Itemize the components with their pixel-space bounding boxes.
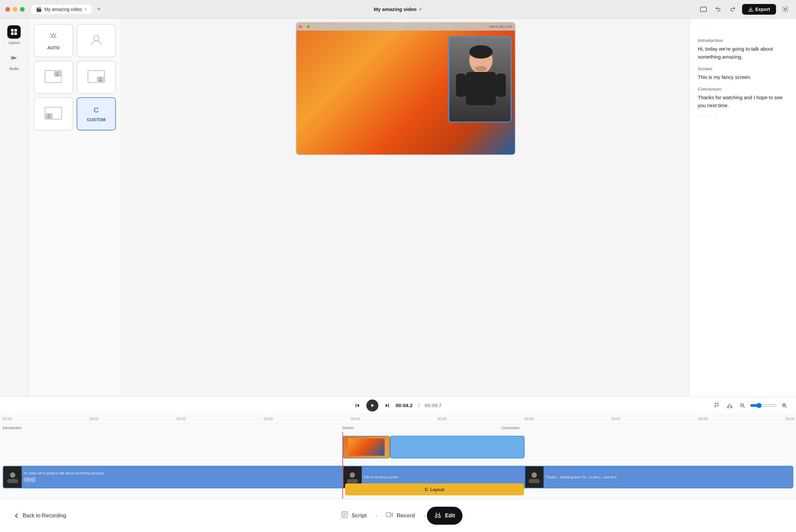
tab-label: My amazing video bbox=[44, 7, 82, 12]
layout-nav-icon bbox=[7, 25, 21, 39]
timeline-skip-back-button[interactable] bbox=[354, 402, 361, 409]
left-panel: Layout Audio bbox=[0, 19, 28, 397]
audio-intro-thumb bbox=[6, 470, 19, 484]
svg-rect-30 bbox=[7, 479, 18, 483]
timeline-playhead[interactable] bbox=[343, 432, 343, 499]
export-button[interactable]: Export bbox=[742, 4, 776, 15]
layout-option-custom[interactable]: C CUSTOM bbox=[77, 97, 116, 131]
auto-icon bbox=[49, 31, 58, 43]
person-silhouette bbox=[449, 37, 512, 122]
sidebar-item-audio[interactable]: Audio bbox=[7, 51, 21, 71]
section-intro-label: Introduction bbox=[3, 426, 22, 430]
record-step-button[interactable]: Record bbox=[379, 506, 422, 525]
script-step-button[interactable]: Script bbox=[334, 506, 374, 525]
svg-point-10 bbox=[56, 72, 58, 74]
layout-option-auto[interactable]: AUTO bbox=[34, 24, 73, 57]
sidebar-item-layout[interactable]: Layout bbox=[7, 25, 21, 44]
timeline-area: 00:04.2 / 00:09.7 bbox=[0, 397, 796, 499]
export-label: Export bbox=[755, 7, 770, 12]
svg-point-31 bbox=[350, 472, 355, 478]
layout-option-screen-person-br[interactable] bbox=[77, 61, 116, 94]
layout-clip[interactable]: C Layout bbox=[345, 483, 524, 495]
ruler-mark-3: 00:03 bbox=[263, 417, 273, 421]
timeline-play-button[interactable] bbox=[366, 399, 378, 412]
mac-menubar-right: Mon 6 Jan 17:42 bbox=[489, 25, 512, 28]
ruler-mark-7: 00:07 bbox=[611, 417, 621, 421]
audio-conclusion-clip[interactable]: Thanks... watching and I ho...to see y..… bbox=[524, 466, 793, 488]
tab-my-amazing-video[interactable]: 🎬 My amazing video × bbox=[31, 5, 92, 14]
ruler-mark-2: 00:02 bbox=[177, 417, 186, 421]
window-minimize-button[interactable] bbox=[13, 7, 17, 12]
edit-step-button[interactable]: Edit bbox=[427, 507, 462, 525]
tab-close-button[interactable]: × bbox=[85, 7, 87, 12]
script-step-icon bbox=[341, 511, 348, 520]
undo-button[interactable] bbox=[713, 4, 723, 15]
ruler-mark-4: 00:04 bbox=[351, 417, 360, 421]
svg-point-21 bbox=[469, 45, 493, 59]
svg-point-7 bbox=[94, 35, 99, 41]
layout-option-person[interactable] bbox=[77, 24, 116, 57]
section-labels-row: Introduction Screen Conclusion bbox=[0, 424, 796, 432]
timeline-tracks: Hi, today we're going to talk about some… bbox=[0, 432, 796, 499]
script-intro-text: Hi, today we're going to talk about some… bbox=[698, 45, 788, 61]
timeline-zoom-slider[interactable] bbox=[750, 403, 777, 408]
timeline-ruler: 00:00 00:01 00:02 00:03 00:04 00:05 00:0… bbox=[0, 414, 796, 424]
timeline-total-time: 00:09.7 bbox=[425, 402, 442, 408]
ruler-mark-8: 00:08 bbox=[699, 417, 708, 421]
back-to-recording-button[interactable]: Back to Recording bbox=[13, 512, 66, 519]
script-dots-bottom: · · · · · bbox=[698, 113, 788, 119]
timeline-cut-button[interactable] bbox=[725, 400, 735, 411]
audio-intro-clip[interactable]: Hi, today we're going to talk about some… bbox=[3, 466, 343, 488]
ruler-mark-6: 00:06 bbox=[524, 417, 534, 421]
svg-point-1 bbox=[784, 8, 786, 10]
audio-screen-text: This is my fancy screen. bbox=[364, 475, 522, 479]
auto-label: AUTO bbox=[47, 45, 60, 50]
video-area: Mon 6 Jan 17:42 bbox=[122, 19, 689, 397]
screen-person-tr-icon bbox=[44, 70, 62, 84]
ruler-mark-5: 00:05 bbox=[438, 417, 447, 421]
screen-track-row bbox=[3, 432, 793, 462]
macos-menubar: Mon 6 Jan 17:42 bbox=[296, 23, 515, 31]
svg-rect-18 bbox=[466, 72, 496, 105]
title-bar: 🎬 My amazing video × + My amazing video … bbox=[0, 0, 796, 19]
section-conclusion-label: Conclusion bbox=[502, 426, 520, 430]
svg-rect-2 bbox=[11, 29, 14, 32]
back-label: Back to Recording bbox=[23, 513, 66, 519]
right-script-panel: · · · · Introduction Hi, today we're goi… bbox=[689, 19, 796, 397]
svg-point-16 bbox=[48, 114, 50, 116]
video-preview: Mon 6 Jan 17:42 bbox=[296, 22, 516, 155]
timeline-zoom-in-button[interactable] bbox=[779, 400, 789, 411]
window-close-button[interactable] bbox=[5, 7, 10, 12]
nav-step-script: Script › bbox=[334, 506, 379, 525]
tab-icon: 🎬 bbox=[36, 7, 42, 12]
script-section-screen: Screen bbox=[698, 66, 788, 71]
svg-rect-32 bbox=[347, 479, 358, 483]
title-check-icon: ✓ bbox=[419, 7, 422, 12]
mac-max-dot bbox=[307, 25, 310, 28]
window-controls bbox=[5, 7, 25, 12]
window-title-center: My amazing video ✓ bbox=[374, 6, 422, 12]
nav-step-edit: Edit bbox=[427, 507, 462, 525]
screen-blue-clip[interactable] bbox=[390, 436, 524, 458]
webcam-overlay bbox=[448, 36, 512, 122]
window-title-text: My amazing video bbox=[374, 6, 416, 12]
redo-button[interactable] bbox=[727, 4, 738, 15]
layout-option-screen-person-bl[interactable] bbox=[34, 97, 73, 131]
svg-point-13 bbox=[99, 77, 101, 79]
timeline-right-tools bbox=[712, 400, 789, 411]
timeline-skip-forward-button[interactable] bbox=[384, 402, 390, 409]
tab-add-button[interactable]: + bbox=[94, 5, 104, 14]
svg-rect-19 bbox=[456, 74, 466, 97]
layout-option-screen-person-tr[interactable] bbox=[34, 61, 73, 94]
timeline-zoom-out-button[interactable] bbox=[737, 400, 747, 411]
screen-orange-clip[interactable] bbox=[343, 436, 390, 458]
person-only-icon bbox=[89, 33, 104, 49]
audio-nav-icon bbox=[7, 51, 21, 64]
settings-button[interactable] bbox=[780, 4, 791, 15]
aspect-ratio-button[interactable] bbox=[698, 4, 709, 15]
window-maximize-button[interactable] bbox=[20, 7, 25, 12]
mac-close-dot bbox=[299, 25, 302, 28]
timeline-flag-button[interactable] bbox=[712, 400, 722, 411]
nav-step-record: Record › bbox=[379, 506, 427, 525]
main-area: Layout Audio bbox=[0, 19, 796, 499]
